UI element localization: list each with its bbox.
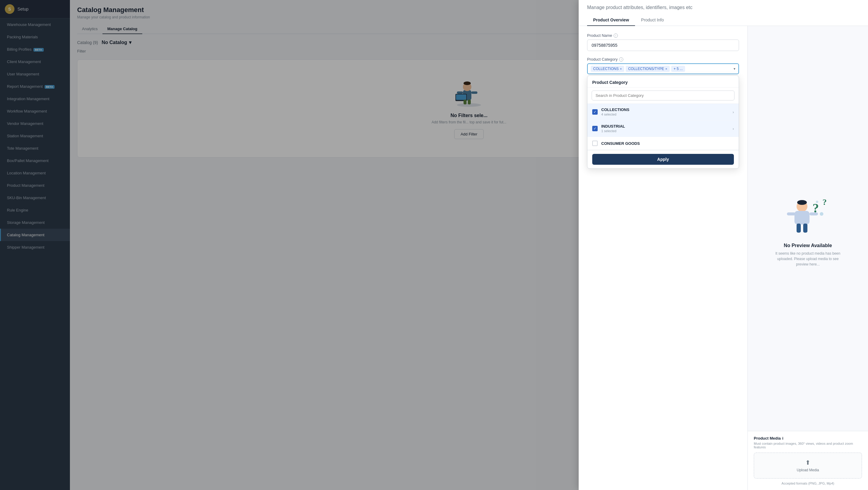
product-name-input[interactable] xyxy=(587,39,739,51)
media-label: Product Media i xyxy=(754,436,862,440)
drawer-tabs: Product Overview Product Info xyxy=(587,15,860,26)
dropdown-label-consumer-goods: CONSUMER GOODS xyxy=(601,141,734,146)
product-name-group: Product Name i xyxy=(587,33,739,51)
preview-desc: It seems like no product media has been … xyxy=(772,251,844,267)
dropdown-item-collections[interactable]: ✓ COLLECTIONS 4 selected › xyxy=(587,104,739,120)
category-dropdown-arrow[interactable]: ▾ xyxy=(734,67,735,71)
upload-icon: ⬆ xyxy=(805,459,810,466)
dropdown-label-collections: COLLECTIONS 4 selected xyxy=(601,108,733,116)
category-field[interactable]: COLLECTIONS × COLLECTIONS/TYPE × + 5 ...… xyxy=(587,63,739,74)
accepted-formats: Accepted formats (PNG, JPG, Mp4) xyxy=(754,482,862,485)
drawer-header: Manage product attributes, identifiers, … xyxy=(579,0,868,26)
upload-text: Upload Media xyxy=(797,468,819,472)
dropdown-apply-area: Apply xyxy=(587,150,739,168)
dropdown-arrow-industrial[interactable]: › xyxy=(733,126,734,131)
preview-area: ? ? No Preview Available It seems like n… xyxy=(748,26,868,431)
product-drawer: Manage product attributes, identifiers, … xyxy=(579,0,868,490)
category-dropdown-panel: Product Category ✓ COLLECTIONS 4 selecte… xyxy=(587,76,739,169)
svg-text:?: ? xyxy=(823,197,827,207)
svg-text:?: ? xyxy=(812,201,819,215)
dropdown-arrow-collections[interactable]: › xyxy=(733,110,734,114)
checkbox-industrial[interactable]: ✓ xyxy=(592,126,598,131)
dropdown-item-industrial[interactable]: ✓ INDUSTRIAL 1 selected › xyxy=(587,120,739,137)
svg-point-19 xyxy=(820,212,824,216)
apply-button[interactable]: Apply xyxy=(592,154,734,165)
dropdown-search xyxy=(587,87,739,104)
drawer-form: Product Name i Product Category i COLLEC… xyxy=(579,26,747,490)
checkbox-consumer-goods[interactable] xyxy=(592,141,598,146)
checkbox-collections[interactable]: ✓ xyxy=(592,109,598,115)
dropdown-label-industrial: INDUSTRIAL 1 selected xyxy=(601,124,733,133)
dropdown-header: Product Category xyxy=(587,76,739,87)
tab-product-info[interactable]: Product Info xyxy=(635,15,670,26)
dropdown-search-input[interactable] xyxy=(592,90,735,100)
drawer-title: Manage product attributes, identifiers, … xyxy=(587,5,860,10)
product-name-info-icon[interactable]: i xyxy=(614,33,618,38)
tab-product-overview[interactable]: Product Overview xyxy=(587,15,635,26)
product-category-label: Product Category i xyxy=(587,57,739,62)
dropdown-items: ✓ COLLECTIONS 4 selected › ✓ INDUSTRIAL xyxy=(587,104,739,150)
category-tag-collections[interactable]: COLLECTIONS × xyxy=(591,66,624,72)
preview-panel: ? ? No Preview Available It seems like n… xyxy=(747,26,868,490)
media-section: Product Media i Must contain product ima… xyxy=(748,431,868,490)
svg-rect-13 xyxy=(787,212,795,215)
product-name-label: Product Name i xyxy=(587,33,739,38)
preview-illustration: ? ? xyxy=(778,190,838,238)
category-tag-collections-type[interactable]: COLLECTIONS/TYPE × xyxy=(626,66,670,72)
svg-point-11 xyxy=(797,200,807,205)
tag-close-collections-type[interactable]: × xyxy=(665,67,667,70)
svg-point-20 xyxy=(816,201,818,203)
product-category-info-icon[interactable]: i xyxy=(619,57,623,62)
upload-box[interactable]: ⬆ Upload Media xyxy=(754,453,862,479)
dropdown-sub-industrial: 1 selected xyxy=(601,129,616,133)
preview-title: No Preview Available xyxy=(784,243,832,248)
media-info-icon[interactable]: i xyxy=(782,436,784,440)
drawer-body: Product Name i Product Category i COLLEC… xyxy=(579,26,868,490)
svg-rect-16 xyxy=(803,224,807,233)
category-more-tag[interactable]: + 5 ... xyxy=(671,66,685,72)
product-category-group: Product Category i COLLECTIONS × COLLECT… xyxy=(587,57,739,74)
svg-rect-15 xyxy=(797,224,801,233)
media-desc: Must contain product images, 360° views,… xyxy=(754,442,862,449)
dropdown-item-consumer-goods[interactable]: CONSUMER GOODS xyxy=(587,137,739,150)
dropdown-sub-collections: 4 selected xyxy=(601,113,616,116)
svg-rect-12 xyxy=(795,211,809,225)
tag-close-collections[interactable]: × xyxy=(620,67,622,70)
